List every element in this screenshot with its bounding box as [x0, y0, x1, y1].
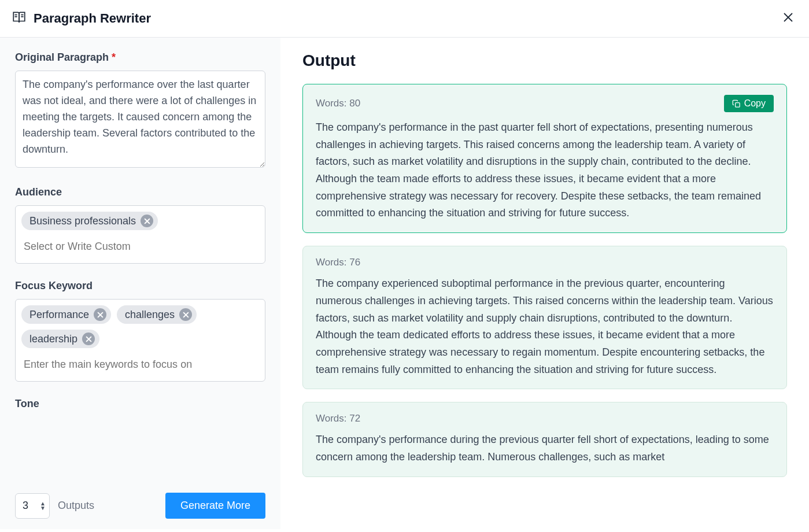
- original-paragraph-field: Original Paragraph *: [15, 51, 265, 170]
- outputs-label: Outputs: [58, 500, 94, 512]
- output-card-header: Words: 76: [316, 257, 774, 268]
- focus-keyword-tag-label: Performance: [29, 309, 89, 321]
- outputs-count-value: 3: [23, 500, 28, 512]
- tag-remove-icon[interactable]: [179, 308, 192, 321]
- output-card-header: Words: 80Copy: [316, 95, 774, 112]
- required-marker: *: [112, 51, 116, 63]
- copy-icon: [732, 99, 741, 108]
- output-title: Output: [302, 51, 787, 70]
- main-container: Original Paragraph * Audience Business p…: [0, 38, 809, 529]
- focus-keyword-tag: leadership: [21, 330, 99, 348]
- output-card[interactable]: Words: 76The company experienced subopti…: [302, 246, 787, 389]
- sidebar-scroll[interactable]: Original Paragraph * Audience Business p…: [0, 38, 280, 482]
- sidebar-footer: 3 ▲ ▼ Outputs Generate More: [0, 482, 280, 529]
- tag-remove-icon[interactable]: [141, 215, 153, 227]
- output-panel: Output Words: 80CopyThe company's perfor…: [280, 38, 809, 529]
- focus-keyword-tag-label: challenges: [125, 309, 175, 321]
- tone-label: Tone: [15, 398, 265, 410]
- page-title: Paragraph Rewriter: [34, 11, 151, 26]
- output-text: The company's performance during the pre…: [316, 431, 774, 466]
- modal-header: Paragraph Rewriter: [0, 0, 809, 38]
- audience-input[interactable]: [21, 236, 259, 257]
- tag-remove-icon[interactable]: [82, 332, 95, 345]
- audience-tag: Business professionals: [21, 212, 158, 230]
- copy-button[interactable]: Copy: [724, 95, 774, 112]
- stepper-down-icon[interactable]: ▼: [40, 506, 46, 511]
- output-text: The company experienced suboptimal perfo…: [316, 275, 774, 378]
- focus-keyword-tagbox[interactable]: Performancechallengesleadership: [15, 299, 265, 382]
- svg-rect-14: [735, 102, 740, 107]
- output-card-header: Words: 72: [316, 413, 774, 424]
- stepper-arrows: ▲ ▼: [40, 501, 46, 511]
- output-text: The company's performance in the past qu…: [316, 119, 774, 222]
- original-paragraph-label: Original Paragraph *: [15, 51, 265, 64]
- close-icon: [781, 10, 795, 24]
- header-left: Paragraph Rewriter: [12, 10, 151, 27]
- word-count: Words: 80: [316, 98, 360, 109]
- original-paragraph-textarea[interactable]: [15, 71, 265, 168]
- tone-field: Tone: [15, 398, 265, 410]
- audience-tag-label: Business professionals: [29, 215, 136, 227]
- close-button[interactable]: [779, 8, 797, 29]
- output-card[interactable]: Words: 72The company's performance durin…: [302, 402, 787, 476]
- focus-keyword-input[interactable]: [21, 354, 259, 375]
- footer-left: 3 ▲ ▼ Outputs: [15, 493, 94, 519]
- outputs-count-stepper[interactable]: 3 ▲ ▼: [15, 493, 50, 519]
- audience-tagbox[interactable]: Business professionals: [15, 205, 265, 264]
- tag-remove-icon[interactable]: [94, 308, 106, 321]
- generate-more-button[interactable]: Generate More: [165, 493, 265, 519]
- word-count: Words: 76: [316, 257, 360, 268]
- audience-label: Audience: [15, 186, 265, 198]
- output-card[interactable]: Words: 80CopyThe company's performance i…: [302, 84, 787, 233]
- focus-keyword-label: Focus Keyword: [15, 280, 265, 292]
- focus-keyword-tag: challenges: [117, 305, 197, 324]
- book-icon: [12, 10, 27, 27]
- word-count: Words: 72: [316, 413, 360, 424]
- output-list: Words: 80CopyThe company's performance i…: [302, 84, 787, 477]
- focus-keyword-tag-label: leadership: [29, 333, 77, 345]
- sidebar: Original Paragraph * Audience Business p…: [0, 38, 280, 529]
- focus-keyword-field: Focus Keyword Performancechallengesleade…: [15, 280, 265, 382]
- audience-field: Audience Business professionals: [15, 186, 265, 264]
- focus-keyword-tag: Performance: [21, 305, 111, 324]
